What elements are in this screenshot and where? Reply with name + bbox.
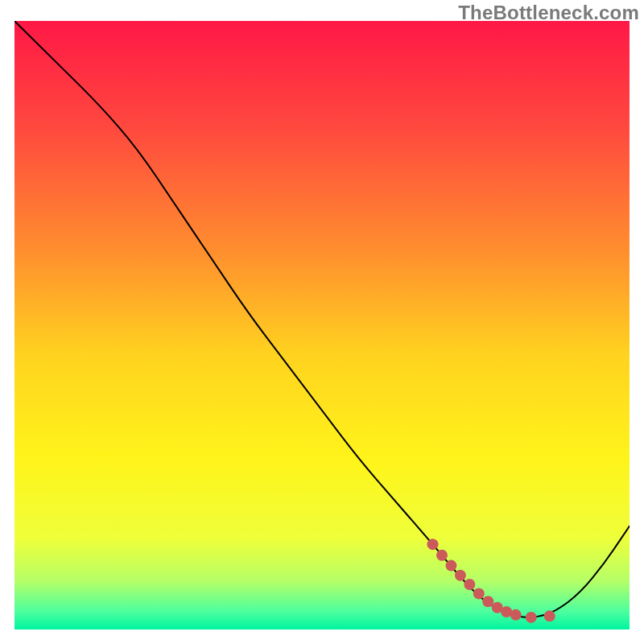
marker-dot xyxy=(427,539,439,550)
marker-dot xyxy=(526,612,537,623)
watermark: TheBottleneck.com xyxy=(458,2,639,24)
marker-dot xyxy=(455,570,466,581)
plot-svg xyxy=(14,21,630,630)
marker-dot xyxy=(436,550,448,561)
marker-dot xyxy=(473,588,485,599)
bottleneck-curve xyxy=(14,21,630,617)
marker-dot xyxy=(482,596,493,607)
highlight-band xyxy=(427,539,555,623)
marker-dot xyxy=(510,609,522,621)
marker-dot xyxy=(445,560,456,572)
plot-area xyxy=(14,21,630,630)
marker-dot xyxy=(464,579,475,590)
chart-stage: TheBottleneck.com xyxy=(0,0,644,644)
marker-dot xyxy=(544,610,555,621)
